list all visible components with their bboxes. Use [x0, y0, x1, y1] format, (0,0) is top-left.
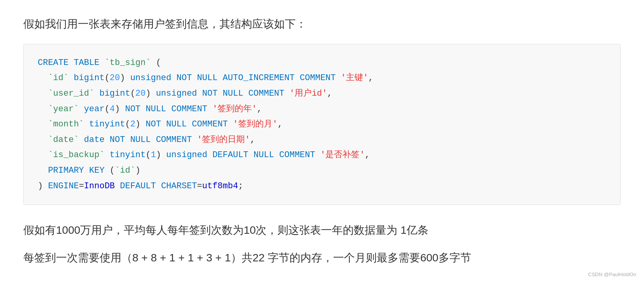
- body-text-2: 每签到一次需要使用（8 + 8 + 1 + 1 + 3 + 1）共22 字节的内…: [23, 248, 621, 268]
- footer-credit: CSDN @PaulHoldOn: [588, 271, 636, 277]
- intro-text: 假如我们用一张表来存储用户签到信息，其结构应该如下：: [23, 16, 621, 33]
- body-text-1: 假如有1000万用户，平均每人每年签到次数为10次，则这张表一年的数据量为 1亿…: [23, 221, 621, 240]
- code-block: CREATE TABLE `tb_sign` ( `id` bigint(20)…: [23, 44, 621, 205]
